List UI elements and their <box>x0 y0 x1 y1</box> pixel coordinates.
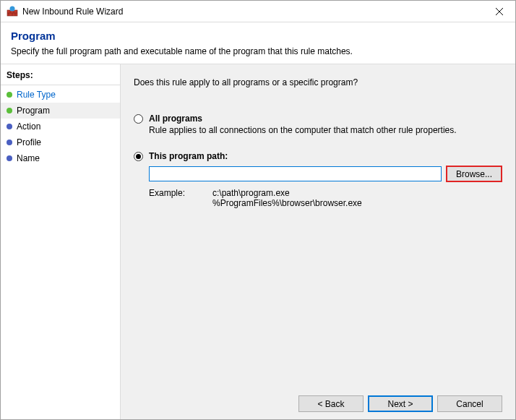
radio-program-path[interactable]: This program path: <box>134 151 502 161</box>
step-label: Profile <box>17 137 41 147</box>
close-button[interactable] <box>483 1 515 22</box>
example-label: Example: <box>149 188 192 208</box>
step-rule-type[interactable]: Rule Type <box>1 87 120 103</box>
wizard-footer: < Back Next > Cancel <box>134 385 502 412</box>
step-bullet-icon <box>7 155 12 161</box>
wizard-window: New Inbound Rule Wizard Program Specify … <box>0 0 516 420</box>
step-profile[interactable]: Profile <box>1 134 120 150</box>
window-title: New Inbound Rule Wizard <box>22 7 483 17</box>
step-bullet-icon <box>7 140 12 145</box>
option-description: Rule applies to all connections on the c… <box>149 125 502 135</box>
option-title: All programs <box>149 113 202 124</box>
main-panel: Does this rule apply to all programs or … <box>121 64 515 419</box>
radio-icon <box>134 114 143 124</box>
step-bullet-icon <box>7 92 12 98</box>
example-text: c:\path\program.exe %ProgramFiles%\brows… <box>212 188 362 208</box>
back-button[interactable]: < Back <box>298 395 364 412</box>
step-label: Rule Type <box>17 90 56 100</box>
next-button[interactable]: Next > <box>368 395 433 412</box>
option-all-programs: All programs Rule applies to all connect… <box>134 113 502 135</box>
wizard-body: Steps: Rule Type Program Action Profile … <box>1 64 515 419</box>
radio-all-programs[interactable]: All programs <box>134 113 502 124</box>
step-label: Name <box>17 153 40 163</box>
page-title: Program <box>11 30 505 42</box>
option-title: This program path: <box>149 151 228 161</box>
radio-icon <box>134 152 143 161</box>
step-bullet-icon <box>7 108 12 113</box>
step-name[interactable]: Name <box>1 150 120 166</box>
page-subtitle: Specify the full program path and execut… <box>11 46 505 56</box>
step-bullet-icon <box>7 124 12 129</box>
svg-rect-9 <box>10 9 14 11</box>
program-path-row: Browse... <box>149 166 502 182</box>
step-program[interactable]: Program <box>1 103 120 119</box>
cancel-button[interactable]: Cancel <box>437 395 502 412</box>
option-program-path: This program path: Browse... Example: c:… <box>134 151 502 208</box>
step-action[interactable]: Action <box>1 119 120 134</box>
close-icon <box>496 6 503 17</box>
titlebar: New Inbound Rule Wizard <box>1 1 515 22</box>
wizard-question: Does this rule apply to all programs or … <box>134 77 502 87</box>
wizard-header: Program Specify the full program path an… <box>1 22 515 64</box>
step-label: Program <box>17 106 50 116</box>
program-path-input[interactable] <box>149 166 442 181</box>
browse-button[interactable]: Browse... <box>446 166 502 182</box>
firewall-icon <box>7 6 18 17</box>
browse-button-label: Browse... <box>456 169 492 179</box>
step-label: Action <box>17 121 40 132</box>
steps-heading: Steps: <box>1 67 120 85</box>
steps-sidebar: Steps: Rule Type Program Action Profile … <box>1 64 121 419</box>
example-row: Example: c:\path\program.exe %ProgramFil… <box>149 188 502 208</box>
